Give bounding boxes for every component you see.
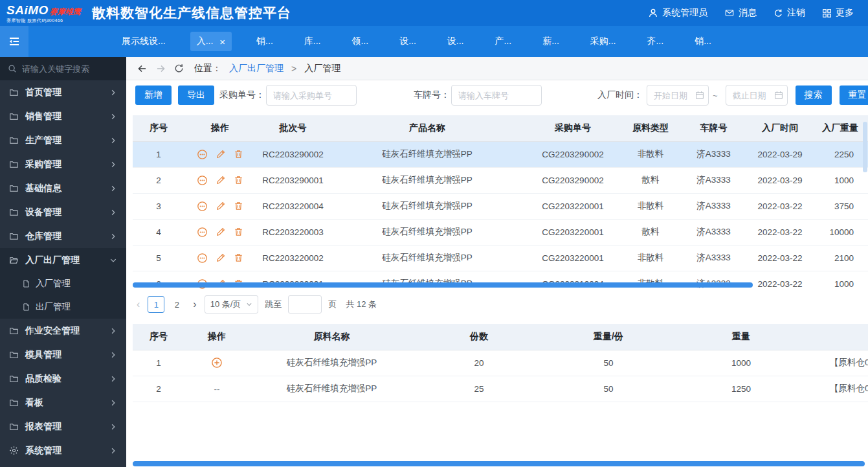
plate-no-input[interactable] bbox=[451, 85, 542, 106]
start-date-input[interactable] bbox=[647, 85, 709, 106]
gear-icon bbox=[9, 446, 19, 455]
end-date-input[interactable] bbox=[726, 85, 788, 106]
tab-sales-2[interactable]: 销... bbox=[688, 32, 718, 51]
sidebar-item-production[interactable]: 生产管理 bbox=[0, 128, 126, 152]
sidebar-subitem-label: 出厂管理 bbox=[36, 301, 71, 313]
app-root: SAiMO 赛摩维鹰 赛摩智能 股票代码300466 散料数智化生产线信息管控平… bbox=[0, 0, 868, 467]
plus-circle-icon[interactable] bbox=[211, 357, 223, 369]
breadcrumb-parent-link[interactable]: 入厂出厂管理 bbox=[229, 63, 284, 74]
view-detail-icon[interactable] bbox=[197, 227, 208, 238]
sidebar-item-mould[interactable]: 模具管理 bbox=[0, 343, 126, 367]
document-icon bbox=[22, 279, 30, 288]
inbound-table-row[interactable]: 2RC2203290001硅灰石纤维填充增强PPCG2203290002散料济A… bbox=[133, 167, 868, 193]
view-detail-icon[interactable] bbox=[197, 201, 208, 212]
refresh-icon[interactable] bbox=[174, 63, 184, 73]
detail-table-row[interactable]: 1硅灰石纤维填充增强PP20501000【原料仓0 bbox=[133, 350, 868, 376]
detail-table-row[interactable]: 2--硅灰石纤维填充增强PP25501250【原料仓0 bbox=[133, 376, 868, 402]
prev-page-button[interactable]: ‹ bbox=[135, 299, 141, 310]
messages-label: 消息 bbox=[739, 7, 757, 19]
chevron-down-icon bbox=[109, 256, 117, 264]
tab-salary[interactable]: 薪... bbox=[536, 32, 566, 51]
tab-purchase[interactable]: 采购... bbox=[584, 32, 623, 51]
inbound-table-row[interactable]: 4RC2203220003硅灰石纤维填充增强PPCG2203220001散料济A… bbox=[133, 219, 868, 245]
inbound-table-row[interactable]: 3RC2203220004硅灰石纤维填充增强PPCG2203220001非散料济… bbox=[133, 193, 868, 219]
tab-display-line[interactable]: 展示线设... bbox=[115, 32, 172, 51]
reset-button[interactable]: 重置 bbox=[840, 85, 868, 105]
edit-icon[interactable] bbox=[216, 175, 226, 185]
tab-production[interactable]: 产... bbox=[488, 32, 518, 51]
next-page-button[interactable]: › bbox=[192, 299, 197, 310]
page-size-select[interactable]: 10 条/页 bbox=[205, 295, 259, 313]
view-detail-icon[interactable] bbox=[197, 253, 208, 264]
delete-icon[interactable] bbox=[234, 175, 243, 185]
cell-inbound-weight: 10000 bbox=[812, 219, 868, 245]
sidebar-item-system[interactable]: 系统管理 bbox=[0, 439, 126, 462]
sidebar-subitem-label: 入厂管理 bbox=[36, 278, 71, 290]
edit-icon[interactable] bbox=[216, 253, 226, 263]
page-number-1[interactable]: 1 bbox=[148, 296, 164, 313]
sidebar-item-quality[interactable]: 品质检验 bbox=[0, 367, 126, 391]
tab-label: 入... bbox=[197, 36, 214, 47]
add-button[interactable]: 新增 bbox=[135, 85, 172, 105]
sidebar-item-equipment[interactable]: 设备管理 bbox=[0, 200, 126, 224]
sidebar-item-in-out-factory[interactable]: 入厂出厂管理 bbox=[0, 248, 126, 272]
inbound-table-row[interactable]: 1RC2203290002硅灰石纤维填充增强PPCG2203290002非散料济… bbox=[133, 141, 868, 167]
edit-icon[interactable] bbox=[216, 201, 226, 211]
view-detail-icon[interactable] bbox=[197, 149, 208, 160]
jump-page-input[interactable] bbox=[288, 295, 322, 313]
tab-device-2[interactable]: 设... bbox=[441, 32, 471, 51]
sidebar-toggle-button[interactable] bbox=[0, 26, 28, 57]
cell-inbound-time: 2022-03-22 bbox=[748, 193, 812, 219]
logout-button[interactable]: 注销 bbox=[773, 7, 805, 19]
delete-icon[interactable] bbox=[234, 227, 243, 237]
cell-portions: 25 bbox=[414, 376, 544, 402]
view-detail-icon[interactable] bbox=[197, 175, 208, 186]
edit-icon[interactable] bbox=[216, 227, 226, 237]
close-tab-icon[interactable]: × bbox=[219, 37, 225, 47]
chevron-right-icon bbox=[109, 233, 117, 240]
cell-actions bbox=[184, 350, 249, 376]
sidebar-search-input[interactable] bbox=[22, 64, 126, 74]
tab-device-1[interactable]: 设... bbox=[393, 32, 423, 51]
folder-icon bbox=[9, 112, 19, 121]
sidebar-item-base-info[interactable]: 基础信息 bbox=[0, 176, 126, 200]
cell-inbound-weight: 1000 bbox=[812, 271, 868, 289]
sidebar-item-sales[interactable]: 销售管理 bbox=[0, 104, 126, 128]
search-button[interactable]: 搜索 bbox=[796, 85, 832, 105]
inbound-table-row[interactable]: 5RC2203220002硅灰石纤维填充增强PPCG2203220001非散料济… bbox=[133, 245, 868, 271]
cell-plate-no: 济A3333 bbox=[680, 141, 748, 167]
page-number-2[interactable]: 2 bbox=[168, 296, 185, 313]
tab-inbound[interactable]: 入...× bbox=[190, 32, 232, 51]
export-button[interactable]: 导出 bbox=[178, 85, 214, 105]
edit-icon[interactable] bbox=[216, 149, 226, 159]
purchase-no-input[interactable] bbox=[266, 85, 357, 106]
end-date-picker bbox=[724, 85, 788, 106]
back-icon[interactable] bbox=[137, 63, 148, 74]
brand-logo: SAiMO 赛摩维鹰 赛摩智能 股票代码300466 bbox=[6, 4, 88, 23]
sidebar-item-purchase[interactable]: 采购管理 bbox=[0, 152, 126, 176]
vertical-scrollbar[interactable] bbox=[863, 122, 867, 172]
sidebar-item-report[interactable]: 报表管理 bbox=[0, 415, 126, 439]
user-menu[interactable]: 系统管理员 bbox=[648, 7, 707, 19]
forward-icon[interactable] bbox=[155, 63, 166, 74]
tab-sales-1[interactable]: 销... bbox=[250, 32, 280, 51]
cell-material-type: 散料 bbox=[621, 219, 680, 245]
messages-button[interactable]: 消息 bbox=[724, 7, 757, 19]
bottom-horizontal-scrollbar[interactable] bbox=[133, 461, 865, 466]
sidebar-item-kanban[interactable]: 看板 bbox=[0, 391, 126, 415]
tab-stock[interactable]: 库... bbox=[298, 32, 328, 51]
detail-col-header-5: 重量 bbox=[673, 324, 809, 350]
more-button[interactable]: 更多 bbox=[822, 7, 854, 19]
tab-qi[interactable]: 齐... bbox=[640, 32, 670, 51]
sidebar-subitem-outbound[interactable]: 出厂管理 bbox=[0, 295, 126, 319]
delete-icon[interactable] bbox=[234, 149, 243, 159]
sidebar-item-work-safety[interactable]: 作业安全管理 bbox=[0, 319, 126, 343]
horizontal-scrollbar[interactable] bbox=[133, 282, 753, 288]
sidebar-subitem-inbound[interactable]: 入厂管理 bbox=[0, 272, 126, 295]
tab-picking[interactable]: 领... bbox=[345, 32, 375, 51]
delete-icon[interactable] bbox=[234, 201, 243, 211]
sidebar-item-home[interactable]: 首页管理 bbox=[0, 80, 126, 104]
sidebar-item-warehouse[interactable]: 仓库管理 bbox=[0, 224, 126, 248]
logo-subtext: 赛摩智能 股票代码300466 bbox=[6, 18, 88, 23]
delete-icon[interactable] bbox=[234, 253, 243, 263]
